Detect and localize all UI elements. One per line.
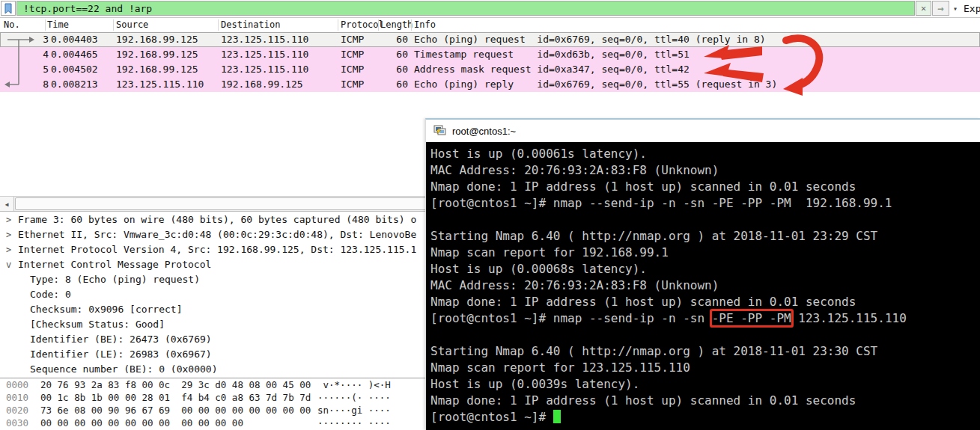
terminal-text: [root@cntos1 ~]# nmap --send-ip -n -sn <box>430 311 712 325</box>
packet-list-header: No. Time Source Destination Protocol Len… <box>0 18 980 33</box>
column-divider[interactable] <box>218 19 219 31</box>
terminal-text: [root@cntos1 ~]# nmap --send-ip -n -sn -… <box>430 196 892 210</box>
filter-apply-button[interactable]: → <box>932 1 949 16</box>
terminal-text: MAC Address: 20:76:93:2A:83:F8 (Unknown) <box>430 163 719 177</box>
arrow-left-icon <box>4 82 10 87</box>
screenshot-root: !tcp.port==22 and !arp ✕ → ▾ Exp No. Tim… <box>0 0 980 430</box>
packet-cell: 0.004465 <box>51 47 98 62</box>
terminal-line: Host is up (0.00061s latency). <box>430 146 980 162</box>
clear-icon: ✕ <box>921 3 926 13</box>
apply-arrow-icon: → <box>937 2 943 14</box>
packet-cell: 123.125.115.110 <box>221 32 308 47</box>
packet-row[interactable]: 50.004502192.168.99.125123.125.115.110IC… <box>0 62 980 77</box>
filter-input[interactable]: !tcp.port==22 and !arp <box>16 1 915 16</box>
packet-rows: 30.004403192.168.99.125123.125.115.110IC… <box>0 32 980 92</box>
hex-bytes: 00 1c 8b 1b 00 00 28 01 f4 b4 c0 a8 63 7… <box>40 391 311 404</box>
packet-cell: 192.168.99.125 <box>116 32 198 47</box>
detail-text: Ethernet II, Src: Vmware_3c:d0:48 (00:0c… <box>18 229 416 240</box>
terminal-text: Nmap done: 1 IP address (1 host up) scan… <box>430 295 856 309</box>
red-arrow-lower <box>704 63 764 82</box>
terminal-titlebar[interactable]: root@cntos1:~ <box>426 120 980 142</box>
hex-bytes: 20 76 93 2a 83 f8 00 0c 29 3c d0 48 08 0… <box>40 378 311 391</box>
hex-offset: 0000 <box>6 378 28 391</box>
terminal-text: MAC Address: 20:76:93:2A:83:F8 (Unknown) <box>430 278 719 292</box>
terminal-text: Nmap done: 1 IP address (1 host up) scan… <box>430 179 856 194</box>
packet-cell: ICMP <box>341 62 364 77</box>
detail-text: Checksum: 0x9096 [correct] <box>30 304 183 315</box>
column-divider[interactable] <box>338 19 338 31</box>
packet-cell: 0.004502 <box>51 62 98 77</box>
packet-cell: 123.125.115.110 <box>221 47 308 62</box>
column-divider[interactable] <box>113 19 114 31</box>
packet-cell: 60 <box>380 62 408 77</box>
terminal-line: Nmap scan report for 192.168.99.1 <box>430 245 980 261</box>
detail-text: Sequence number (BE): 0 (0x0000) <box>30 363 217 375</box>
terminal-line <box>430 212 980 228</box>
detail-text: Frame 3: 60 bytes on wire (480 bits), 60… <box>18 214 416 225</box>
hex-offset: 0030 <box>6 417 28 429</box>
chevron-down-icon: ▾ <box>953 4 958 13</box>
terminal-text: [root@cntos1 ~]# <box>430 410 553 424</box>
packet-row[interactable]: 30.004403192.168.99.125123.125.115.110IC… <box>0 32 980 47</box>
packet-row[interactable]: 40.004465192.168.99.125123.125.115.110IC… <box>0 47 980 62</box>
detail-text: Type: 8 (Echo (ping) request) <box>30 274 200 285</box>
red-highlight-box: -PE -PP -PM <box>712 311 791 325</box>
arrow-right-icon <box>29 37 34 43</box>
packet-cell: 0.004403 <box>51 32 98 47</box>
packet-cell: Timestamp request id=0xd63b, seq=0/0, tt… <box>414 47 690 62</box>
terminal-text: Starting Nmap 6.40 ( http://nmap.org ) a… <box>430 344 877 358</box>
column-divider[interactable] <box>45 19 46 31</box>
column-header-time[interactable]: Time <box>47 19 69 30</box>
column-header-info[interactable]: Info <box>414 19 436 30</box>
packet-cell: 192.168.99.125 <box>221 77 303 92</box>
bookmark-button[interactable] <box>1 1 16 16</box>
terminal-line: Nmap done: 1 IP address (1 host up) scan… <box>430 393 980 409</box>
detail-text: Identifier (BE): 26473 (0x6769) <box>30 334 212 345</box>
terminal-cursor <box>553 410 561 423</box>
terminal-line: [root@cntos1 ~]# <box>430 409 980 426</box>
hex-ascii: v·*···· )<·H <box>317 378 391 391</box>
packet-cell: ICMP <box>341 47 364 62</box>
scroll-left-button[interactable]: ◂ <box>0 197 14 211</box>
terminal-text: Host is up (0.0039s latency). <box>430 377 639 391</box>
bookmark-icon <box>4 3 13 14</box>
terminal-line <box>430 327 980 343</box>
expander-open-icon[interactable]: v <box>0 257 18 272</box>
column-header-no[interactable]: No. <box>4 19 20 30</box>
red-annotations <box>696 30 831 97</box>
red-arrow-upper <box>704 45 762 60</box>
column-header-length[interactable]: Length <box>380 19 413 30</box>
scroll-left-icon: ◂ <box>4 199 9 209</box>
packet-cell: 192.168.99.125 <box>116 47 198 62</box>
filter-text: !tcp.port==22 and !arp <box>17 3 152 14</box>
terminal-body[interactable]: Host is up (0.00061s latency).MAC Addres… <box>426 142 980 430</box>
column-divider[interactable] <box>378 19 379 31</box>
packet-cell: 60 <box>380 77 408 92</box>
terminal-line: MAC Address: 20:76:93:2A:83:F8 (Unknown) <box>430 162 980 179</box>
hex-bytes: 00 00 00 00 00 00 00 00 00 00 00 00 <box>40 417 243 429</box>
column-header-source[interactable]: Source <box>116 19 148 30</box>
packet-cell: 123.125.115.110 <box>116 77 204 92</box>
terminal-line: MAC Address: 20:76:93:2A:83:F8 (Unknown) <box>430 277 980 294</box>
packet-cell: 0.008213 <box>51 77 98 92</box>
expander-closed-icon[interactable]: > <box>0 212 18 227</box>
terminal-line: Host is up (0.0039s latency). <box>430 376 980 393</box>
packet-cell: Address mask request id=0xa347, seq=0/0,… <box>414 62 690 77</box>
filter-dropdown-button[interactable]: ▾ <box>950 1 961 16</box>
column-divider[interactable] <box>411 19 412 31</box>
expression-button[interactable]: Exp <box>964 3 980 14</box>
filter-clear-button[interactable]: ✕ <box>916 1 931 16</box>
terminal-text: Host is up (0.00068s latency). <box>430 262 647 276</box>
detail-text: Identifier (LE): 26983 (0x6967) <box>30 348 212 360</box>
terminal-text: Nmap done: 1 IP address (1 host up) scan… <box>430 393 856 408</box>
terminal-line: Nmap scan report for 123.125.115.110 <box>430 360 980 376</box>
packet-cell: ICMP <box>341 77 364 92</box>
related-packet-bracket <box>0 32 37 99</box>
column-header-destination[interactable]: Destination <box>221 19 280 30</box>
terminal-text: Starting Nmap 6.40 ( http://nmap.org ) a… <box>430 229 877 243</box>
expander-closed-icon[interactable]: > <box>0 227 18 242</box>
hex-ascii: ······(· ···· <box>317 391 391 404</box>
expander-closed-icon[interactable]: > <box>0 242 18 257</box>
terminal-line: Nmap done: 1 IP address (1 host up) scan… <box>430 294 980 310</box>
packet-row[interactable]: 80.008213123.125.115.110192.168.99.125IC… <box>0 77 980 92</box>
